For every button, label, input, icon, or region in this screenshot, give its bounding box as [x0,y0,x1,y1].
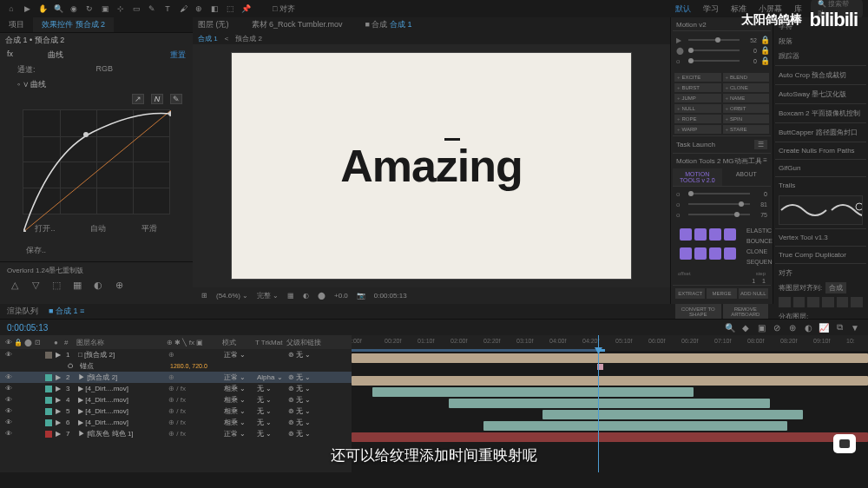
script-item-9[interactable]: Trails [775,176,866,192]
tl-shy-icon[interactable]: ⊘ [771,321,783,333]
color-swatch-6[interactable] [709,247,721,260]
overlord-tool-1-icon[interactable]: △ [7,279,23,293]
resolution-dropdown[interactable]: 完整 ⌄ [257,291,279,300]
color-swatch-3[interactable] [724,228,736,241]
color-swatch-5[interactable] [694,247,707,260]
layer-row-1[interactable]: 👁 ▶1 □ [预合成 2] ⊕ 正常 ⌄ ⊚ 无 ⌄ [0,349,352,360]
anchor-tool-icon[interactable]: ⊹ [115,3,127,15]
align-to-dropdown[interactable]: 合成 [825,282,846,293]
layer-bar-4[interactable] [449,399,770,408]
effect-name[interactable]: 曲线 [48,49,63,61]
stamp-tool-icon[interactable]: ⊕ [193,3,205,15]
tl-fx-icon[interactable]: ⊕ [786,321,799,333]
motion-btn-warp[interactable]: WARP [674,125,721,134]
color-swatch-4[interactable] [680,247,692,260]
motion-btn-burst[interactable]: BURST [674,83,721,92]
motion-slider-0[interactable]: ▶52🔒 [676,35,767,45]
curve-save-button[interactable]: 保存.. [26,245,46,256]
script-item-8[interactable]: GifGun [775,159,866,175]
workspace-默认[interactable]: 默认 [675,3,691,15]
roto-tool-icon[interactable]: ⬚ [224,3,236,15]
timecode-display[interactable]: 0:00:05:13 [374,292,407,300]
layer-bar-0[interactable] [352,353,868,363]
layer-row-6[interactable]: 👁 ▶6 ▶ [4_Dirt....mov] ⊕ / fx 相乘 ⌄ 无 ⌄ ⊚… [0,417,352,428]
layer-row-3[interactable]: 👁 ▶3 ▶ [4_Dirt....mov] ⊕ / fx 相乘 ⌄ 无 ⌄ ⊚… [0,383,352,394]
layer-row-5[interactable]: 👁 ▶5 ▶ [4_Dirt....mov] ⊕ / fx 相乘 ⌄ 无 ⌄ ⊚… [0,406,352,417]
vertex-tool-item[interactable]: Vertex Tool v1.3 [775,228,866,244]
merge-button[interactable]: MERGE [707,288,736,299]
motion-btn-null[interactable]: NULL [674,104,721,113]
tl-blur-icon[interactable]: ◐ [802,321,814,333]
orbit-tool-icon[interactable]: ◉ [68,3,80,15]
script-item-6[interactable]: ButtCapper 路径圆角封口 [775,122,866,140]
mt-slider-2[interactable]: o75 [676,209,767,220]
comp-crumb-1[interactable]: 合成 1 [198,34,218,43]
home-icon[interactable]: ⌂ [5,3,17,15]
rotate-tool-icon[interactable]: ↻ [83,3,95,15]
curves-graph[interactable] [23,109,170,214]
overlord-tool-2-icon[interactable]: ▽ [28,279,43,293]
grid-icon[interactable]: ▦ [287,292,294,300]
exposure-value[interactable]: +0.0 [334,292,348,300]
tab-footage[interactable]: 素材 6_Rock Tumbler.mov [252,19,343,30]
layer-row-2[interactable]: 👁 ▶2 ▶ [预合成 2] ⊕ 正常 ⌄ Alpha ⌄ ⊚ 无 ⌄ [0,372,352,383]
mask-icon[interactable]: ◐ [303,292,309,300]
motion-btn-jump[interactable]: JUMP [674,94,721,102]
addnull-button[interactable]: ADD NULL [739,288,768,299]
layer-row-7[interactable]: 👁 ▶7 ▶ [暗灰色 纯色 1] ⊕ / fx 正常 ⌄ 无 ⌄ ⊚ 无 ⌄ [0,428,352,439]
script-item-3[interactable]: Auto Crop 预合成裁切 [775,65,866,82]
script-item-2[interactable]: 跟踪器 [775,49,866,63]
motion-btn-spin[interactable]: SPIN [723,115,770,123]
motion-btn-orbit[interactable]: ORBIT [723,104,770,113]
mt-tab-about[interactable]: ABOUT [722,168,772,186]
color-swatch-2[interactable] [709,228,721,241]
motion-slider-1[interactable]: ⬤0🔒 [676,45,767,56]
mt-tab-tools[interactable]: MOTION TOOLS v 2.0 [673,168,722,186]
script-item-4[interactable]: AutoSway 墨七汉化版 [775,84,866,102]
curve-tool-pencil-icon[interactable]: ✎ [170,94,182,104]
layer-bar-5[interactable] [542,410,803,419]
curve-tool-bezier-icon[interactable]: ↗ [132,94,144,104]
layer-bar-6[interactable] [483,421,787,431]
selection-tool-icon[interactable]: ▶ [21,3,33,15]
shape-tool-icon[interactable]: ▭ [130,3,142,15]
mt-slider-1[interactable]: o81 [676,199,767,209]
hand-tool-icon[interactable]: ✋ [36,3,49,15]
layer-row-4[interactable]: 👁 ▶4 ▶ [4_Dirt....mov] ⊕ / fx 相乘 ⌄ 无 ⌄ ⊚… [0,394,352,406]
bilibili-play-icon[interactable] [833,434,856,453]
camera-tool-icon[interactable]: ▣ [99,3,111,15]
comp-crumb-2[interactable]: 预合成 2 [235,34,262,43]
script-item-7[interactable]: Create Nulls From Paths [775,142,866,157]
tab-effect-controls[interactable]: 效果控件 预合成 2 [33,17,114,32]
current-time[interactable]: 0:00:05:13 [0,321,55,334]
zoom-tool-icon[interactable]: 🔍 [52,3,64,15]
task-launch-btn[interactable]: ☰ [754,140,767,149]
tab-render-queue[interactable]: 渲染队列 [7,306,38,317]
script-item-1[interactable]: 段落 [775,34,866,49]
tab-composition[interactable]: ■ 合成 合成 1 [365,19,412,30]
curve-tool-linear-icon[interactable]: N [151,94,163,104]
tl-search-icon[interactable]: 🔍 [724,321,736,333]
overlord-tool-4-icon[interactable]: ▦ [69,279,85,293]
brush-tool-icon[interactable]: 🖌 [177,3,189,15]
extract-button[interactable]: EXTRACT [675,288,705,299]
motion-btn-name[interactable]: NAME [723,94,770,102]
eraser-tool-icon[interactable]: ◧ [208,3,220,15]
overlord-tool-3-icon[interactable]: ⬚ [49,279,64,293]
camera-icon[interactable]: 📷 [357,292,365,300]
workspace-学习[interactable]: 学习 [703,3,719,15]
motion-btn-excite[interactable]: EXCITE [674,73,721,82]
overlord-tool-5-icon[interactable]: ◐ [90,279,106,293]
tl-snap-icon[interactable]: ⧉ [833,321,845,333]
color-swatch-0[interactable] [680,228,692,241]
motion-btn-rope[interactable]: ROPE [674,115,721,123]
color-icon[interactable]: ⬤ [318,292,326,300]
pen-tool-icon[interactable]: ✎ [146,3,158,15]
motion-btn-stare[interactable]: STARE [723,125,770,134]
script-item-5[interactable]: Boxcam 2 平面摄像机控制 [775,103,866,121]
puppet-tool-icon[interactable]: 📌 [240,3,252,15]
tab-timeline-comp[interactable]: ■ 合成 1 ≡ [49,306,84,317]
overlord-tool-6-icon[interactable]: ⊕ [111,279,127,293]
layer-bar-7[interactable] [352,432,868,442]
tl-graph-icon[interactable]: 📈 [818,321,830,333]
